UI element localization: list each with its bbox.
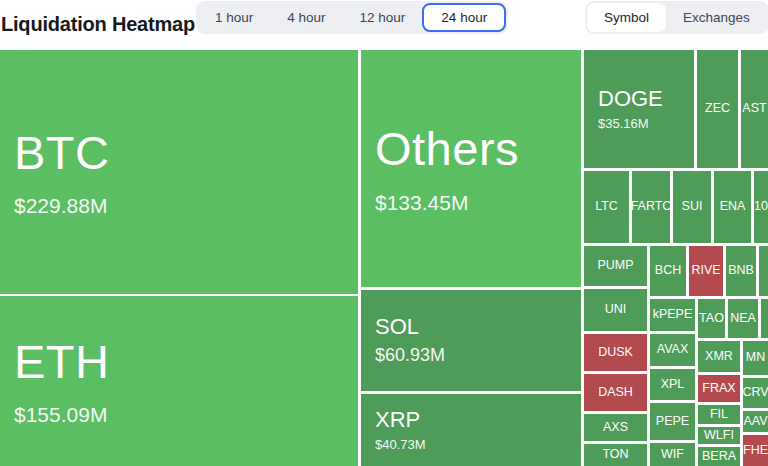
- tile-wif[interactable]: WIF: [650, 443, 695, 466]
- tab-symbol[interactable]: Symbol: [587, 3, 666, 32]
- tile-tao[interactable]: TAO: [698, 299, 725, 338]
- tile-liquidation-value: $133.45M: [375, 191, 468, 214]
- tile-symbol: BERA: [702, 450, 736, 464]
- tile-symbol: LTC: [595, 200, 618, 214]
- tile-symbol: FHE: [743, 444, 768, 458]
- tile-sol[interactable]: SOL$60.93M: [361, 290, 581, 391]
- tile-symbol: PUMP: [597, 259, 633, 273]
- tile-bch[interactable]: BCH: [650, 246, 686, 296]
- tile-fil[interactable]: FIL: [698, 405, 740, 424]
- tile-symbol: XPL: [661, 378, 685, 392]
- tile-xmr[interactable]: XMR: [698, 341, 740, 372]
- tile-symbol: NEA: [730, 312, 756, 326]
- tile-symbol: XRP: [375, 408, 420, 432]
- tile-10[interactable]: 10: [754, 171, 768, 243]
- tile-axs[interactable]: AXS: [584, 414, 647, 441]
- tile-liquidation-value: $229.88M: [14, 194, 107, 217]
- tile-symbol: SOL: [375, 315, 419, 339]
- tile-crv[interactable]: CRV: [743, 378, 768, 408]
- tile-symbol: PEPE: [656, 415, 689, 429]
- tile-symbol: FARTC: [632, 200, 670, 214]
- tile-kpepe[interactable]: kPEPE: [650, 299, 695, 331]
- tile-sui[interactable]: SUI: [673, 171, 711, 243]
- tile-bera[interactable]: BERA: [698, 447, 740, 466]
- page-title: Liquidation Heatmap: [1, 13, 195, 36]
- tile-pepe[interactable]: PEPE: [650, 403, 695, 440]
- tile-btc[interactable]: BTC$229.88M: [0, 50, 358, 294]
- tile-dusk[interactable]: DUSK: [584, 334, 647, 371]
- tab-exchanges[interactable]: Exchanges: [666, 3, 767, 32]
- liquidation-heatmap-page: BTC$229.88METH$155.09MOthers$133.45MSOL$…: [0, 0, 768, 466]
- liquidation-treemap: BTC$229.88METH$155.09MOthers$133.45MSOL$…: [0, 0, 768, 466]
- tile-fartc[interactable]: FARTC: [632, 171, 670, 243]
- tile-symbol: CRV: [743, 386, 768, 400]
- tile-symbol: AAV: [743, 415, 767, 429]
- tile-symbol: SUI: [682, 200, 703, 214]
- tile-xpl[interactable]: XPL: [650, 369, 695, 400]
- view-toggle-control: Symbol Exchanges: [585, 1, 768, 34]
- tile-symbol: RIVE: [691, 264, 720, 278]
- tile-xrp[interactable]: XRP$40.73M: [361, 394, 581, 466]
- tile-symbol: BTC: [14, 127, 110, 179]
- tile-ena[interactable]: ENA: [714, 171, 751, 243]
- tile-symbol: 10: [754, 200, 768, 214]
- tile-symbol: AST: [742, 102, 766, 116]
- tile-others[interactable]: Others$133.45M: [361, 50, 581, 287]
- tile-fhe[interactable]: FHE: [743, 435, 768, 466]
- tile-symbol: ZEC: [705, 102, 730, 116]
- tile-symbol: DASH: [598, 386, 633, 400]
- tile-symbol: WLFI: [704, 429, 734, 443]
- tile-nea[interactable]: NEA: [728, 299, 758, 338]
- tile-liquidation-value: $60.93M: [375, 346, 445, 366]
- tile-symbol: UNI: [605, 303, 627, 317]
- time-range-4-hour[interactable]: 4 hour: [270, 3, 342, 32]
- time-range-control: 1 hour 4 hour 12 hour 24 hour: [196, 1, 508, 34]
- tile-symbol: BNB: [728, 264, 754, 278]
- tile-symbol: XMR: [705, 350, 733, 364]
- header: Liquidation Heatmap 1 hour 4 hour 12 hou…: [0, 0, 768, 48]
- tile-symbol: Others: [375, 123, 519, 175]
- tile-symbol: BCH: [655, 264, 681, 278]
- tile-rive[interactable]: RIVE: [689, 246, 723, 296]
- time-range-24-hour[interactable]: 24 hour: [422, 3, 506, 32]
- tile-symbol: DOGE: [598, 87, 663, 111]
- tile-liquidation-value: $155.09M: [14, 403, 107, 426]
- tile-symbol: WIF: [661, 448, 684, 462]
- tile-zec[interactable]: ZEC: [697, 50, 738, 168]
- tile-aav[interactable]: AAV: [743, 411, 768, 432]
- tile-ton[interactable]: TON: [584, 444, 647, 466]
- tile-eth[interactable]: ETH$155.09M: [0, 296, 358, 466]
- tile-symbol: ETH: [14, 336, 110, 388]
- tile-dash[interactable]: DASH: [584, 374, 647, 411]
- tile-partial-26[interactable]: [761, 299, 768, 338]
- time-range-1-hour[interactable]: 1 hour: [198, 3, 270, 32]
- tile-avax[interactable]: AVAX: [650, 334, 695, 366]
- tile-ast[interactable]: AST: [741, 50, 768, 168]
- tile-symbol: FRAX: [702, 382, 735, 396]
- tile-mn[interactable]: MN: [743, 341, 768, 375]
- tile-symbol: TAO: [699, 312, 724, 326]
- tile-partial-22[interactable]: [759, 246, 768, 296]
- tile-symbol: MN: [746, 351, 765, 365]
- tile-liquidation-value: $40.73M: [375, 438, 426, 452]
- tile-frax[interactable]: FRAX: [698, 375, 740, 402]
- tile-symbol: AVAX: [657, 343, 689, 357]
- tile-symbol: FIL: [710, 408, 728, 422]
- tile-symbol: kPEPE: [653, 308, 693, 322]
- tile-liquidation-value: $35.16M: [598, 117, 649, 131]
- tile-wlfi[interactable]: WLFI: [698, 427, 740, 444]
- tile-uni[interactable]: UNI: [584, 289, 647, 331]
- tile-symbol: TON: [602, 448, 628, 462]
- tile-pump[interactable]: PUMP: [584, 246, 647, 286]
- tile-symbol: DUSK: [598, 346, 633, 360]
- tile-doge[interactable]: DOGE$35.16M: [584, 50, 694, 168]
- time-range-12-hour[interactable]: 12 hour: [343, 3, 423, 32]
- tile-symbol: AXS: [603, 421, 628, 435]
- tile-ltc[interactable]: LTC: [584, 171, 629, 243]
- tile-symbol: ENA: [720, 200, 746, 214]
- tile-bnb[interactable]: BNB: [726, 246, 756, 296]
